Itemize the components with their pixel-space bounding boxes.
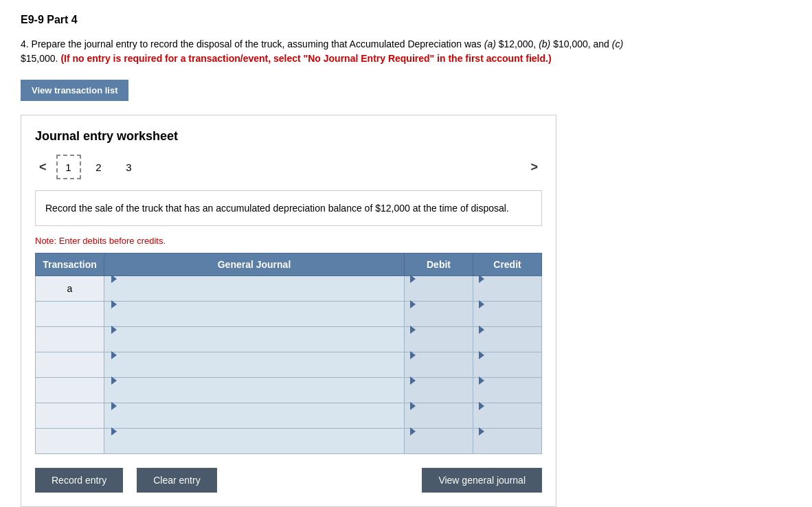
general-journal-cell-7[interactable] (104, 429, 405, 454)
general-journal-cell-2[interactable] (104, 302, 405, 327)
debit-input-7[interactable] (410, 436, 467, 458)
arrow-icon-debit-4 (410, 351, 416, 359)
arrow-icon-debit-3 (410, 326, 416, 334)
general-journal-cell-4[interactable] (104, 352, 405, 378)
debit-input-3[interactable] (410, 334, 467, 356)
credit-cell-7[interactable] (473, 429, 542, 454)
button-row: Record entry Clear entry View general jo… (35, 468, 542, 493)
general-journal-input-6[interactable] (111, 410, 398, 432)
credit-input-6[interactable] (479, 410, 536, 432)
arrow-icon-credit-6 (479, 402, 484, 410)
transaction-cell-5 (36, 378, 104, 403)
transaction-cell-2 (36, 302, 104, 327)
credit-input-7[interactable] (479, 436, 536, 458)
view-transaction-list-button[interactable]: View transaction list (21, 80, 128, 101)
arrow-icon-debit-2 (410, 300, 416, 308)
problem-number: 4. (21, 38, 29, 49)
general-journal-cell-3[interactable] (104, 327, 405, 352)
arrow-icon-credit-4 (479, 351, 484, 359)
general-journal-cell-1[interactable] (104, 276, 405, 302)
view-general-journal-button[interactable]: View general journal (422, 468, 542, 493)
debit-input-2[interactable] (410, 308, 467, 330)
debit-input-5[interactable] (410, 385, 467, 407)
arrow-icon-3 (111, 326, 117, 334)
arrow-icon-credit-3 (479, 326, 484, 334)
arrow-icon-debit-5 (410, 376, 416, 385)
page-1-button[interactable]: 1 (56, 155, 81, 179)
journal-entry-worksheet: Journal entry worksheet < 1 2 3 > Record… (21, 115, 556, 507)
general-journal-input-4[interactable] (111, 359, 398, 381)
col-general-journal: General Journal (104, 254, 405, 276)
arrow-icon-debit-1 (410, 275, 416, 283)
clear-entry-button[interactable]: Clear entry (137, 468, 216, 493)
transaction-cell-4 (36, 352, 104, 378)
journal-entry-table: Transaction General Journal Debit Credit… (35, 253, 542, 454)
general-journal-input-5[interactable] (111, 385, 398, 407)
problem-text-instruction: (If no entry is required for a transacti… (60, 53, 551, 64)
note-text: Note: Enter debits before credits. (35, 236, 542, 246)
next-page-button[interactable]: > (526, 159, 542, 176)
transaction-cell-6 (36, 403, 104, 429)
arrow-icon-5 (111, 376, 117, 385)
prev-page-button[interactable]: < (35, 159, 51, 176)
transaction-cell-7 (36, 429, 104, 454)
page-title: E9-9 Part 4 (21, 14, 791, 26)
credit-input-2[interactable] (479, 308, 536, 330)
general-journal-input-1[interactable] (111, 283, 398, 305)
debit-input-1[interactable] (410, 283, 467, 305)
arrow-icon-debit-7 (410, 427, 416, 436)
general-journal-input-3[interactable] (111, 334, 398, 356)
general-journal-cell-5[interactable] (104, 378, 405, 403)
debit-cell-7[interactable] (405, 429, 473, 454)
record-entry-button[interactable]: Record entry (35, 468, 123, 493)
arrow-icon-6 (111, 402, 117, 410)
worksheet-title: Journal entry worksheet (35, 129, 542, 144)
general-journal-cell-6[interactable] (104, 403, 405, 429)
arrow-icon-credit-2 (479, 300, 484, 308)
problem-description: 4. Prepare the journal entry to record t… (21, 37, 639, 66)
arrow-icon-7 (111, 427, 117, 436)
credit-input-5[interactable] (479, 385, 536, 407)
credit-input-1[interactable] (479, 283, 536, 305)
credit-input-4[interactable] (479, 359, 536, 381)
table-row (36, 429, 542, 454)
general-journal-input-7[interactable] (111, 436, 398, 458)
credit-input-3[interactable] (479, 334, 536, 356)
arrow-icon-2 (111, 300, 117, 308)
pagination: < 1 2 3 > (35, 155, 542, 179)
arrow-icon-credit-1 (479, 275, 484, 283)
transaction-cell-3 (36, 327, 104, 352)
debit-input-4[interactable] (410, 359, 467, 381)
general-journal-input-2[interactable] (111, 308, 398, 330)
arrow-icon-debit-6 (410, 402, 416, 410)
transaction-cell-1: a (36, 276, 104, 302)
arrow-icon-credit-5 (479, 376, 484, 385)
arrow-icon-credit-7 (479, 427, 484, 436)
description-box: Record the sale of the truck that has an… (35, 190, 542, 226)
arrow-icon-1 (111, 275, 117, 283)
col-transaction: Transaction (36, 254, 104, 276)
page-3-button[interactable]: 3 (117, 155, 142, 179)
debit-input-6[interactable] (410, 410, 467, 432)
page-2-button[interactable]: 2 (87, 155, 111, 179)
arrow-icon-4 (111, 351, 117, 359)
